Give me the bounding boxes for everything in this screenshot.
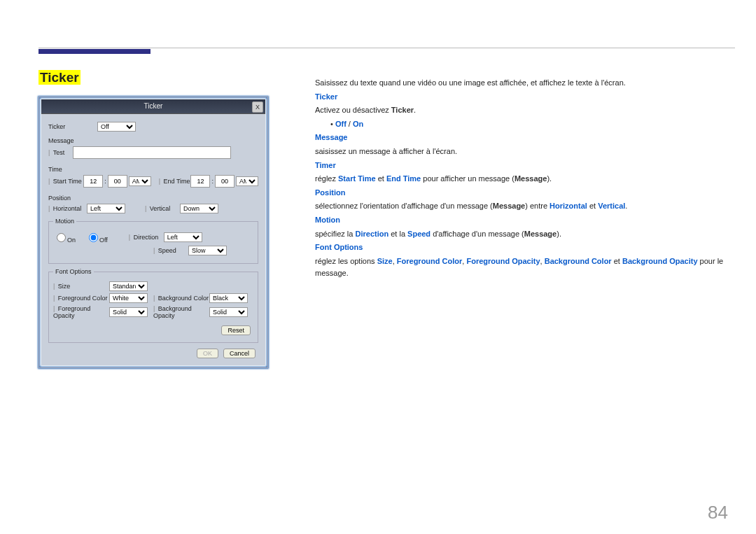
text: pour afficher un message (	[421, 174, 514, 183]
window-body: Ticker Off Message Test Time Start Time …	[41, 114, 265, 365]
motion-legend: Motion	[53, 218, 76, 225]
title-highlight: Ticker	[38, 70, 80, 85]
speed-row: Speed Slow	[53, 246, 253, 255]
horizontal-select[interactable]: Left	[87, 204, 125, 213]
bgo-label: Background Opacity	[153, 305, 209, 319]
size-select[interactable]: Standard	[109, 281, 148, 291]
text: réglez	[315, 174, 338, 183]
vertical-label: Vertical	[145, 205, 180, 212]
on-text: On	[67, 237, 76, 244]
size-row: Size Standard	[53, 281, 253, 291]
end-ampm[interactable]: AM	[236, 176, 258, 186]
end-time-word: End Time	[386, 174, 421, 183]
message-row: Test	[48, 146, 258, 159]
fgc-label: Foreground Color	[53, 295, 109, 302]
cancel-button[interactable]: Cancel	[223, 349, 255, 358]
vertical-word: Vertical	[598, 202, 625, 210]
text: et	[612, 257, 622, 265]
ok-button[interactable]: OK	[197, 349, 218, 358]
text: et	[376, 174, 386, 183]
page-number: 84	[708, 502, 728, 524]
font-desc: réglez les options Size, Foreground Colo…	[315, 255, 735, 280]
end-min[interactable]	[215, 175, 234, 188]
color-row: Foreground Color White Background Color …	[53, 293, 253, 303]
off-radio[interactable]	[89, 233, 98, 242]
bgc-label: Background Color	[153, 295, 209, 302]
fgo-word: Foreground Opacity	[466, 257, 540, 265]
bgc-word: Background Color	[545, 257, 612, 265]
time-row: Start Time : AM End Time : AM	[48, 175, 258, 188]
intro-text: Saisissez du texte quand une vidéo ou un…	[315, 77, 735, 90]
text: ).	[547, 174, 552, 183]
on-word: On	[353, 120, 363, 128]
fgc-word: Foreground Color	[397, 257, 463, 265]
font-legend: Font Options	[53, 268, 94, 275]
text: ).	[556, 230, 561, 238]
ticker-dialog-screenshot: Ticker X Ticker Off Message Test Time St…	[38, 97, 268, 368]
text: spécifiez la	[315, 230, 355, 238]
window-title: Ticker	[144, 102, 163, 110]
start-hour[interactable]	[83, 175, 103, 188]
message-heading: Message	[315, 132, 735, 144]
motion-desc: spécifiez la Direction et la Speed d'aff…	[315, 228, 735, 241]
size-label: Size	[53, 283, 109, 290]
speed-select[interactable]: Slow	[188, 246, 227, 255]
timer-heading: Timer	[315, 160, 735, 172]
motion-row: On Off Direction Left	[53, 231, 253, 244]
on-radio-label[interactable]: On	[53, 231, 76, 244]
header-rule	[38, 48, 735, 48]
direction-word: Direction	[355, 230, 388, 238]
start-min[interactable]	[108, 175, 127, 188]
dialog-buttons: OK Cancel	[48, 344, 258, 360]
text: Activez ou désactivez	[315, 106, 391, 114]
end-time-label: End Time	[159, 178, 191, 185]
text: et la	[388, 230, 407, 238]
close-icon[interactable]: X	[252, 101, 263, 113]
end-hour[interactable]	[190, 175, 210, 188]
time-label-row: Time	[48, 166, 258, 173]
direction-select[interactable]: Left	[164, 232, 202, 242]
position-heading: Position	[315, 187, 735, 199]
on-radio[interactable]	[57, 233, 66, 242]
ticker-heading: Ticker	[315, 91, 735, 104]
position-label: Position	[48, 195, 97, 202]
bgc-select[interactable]: Black	[209, 293, 248, 303]
text: réglez les options	[315, 257, 377, 265]
font-heading: Font Options	[315, 241, 735, 254]
documentation-column: Saisissez du texte quand une vidéo ou un…	[315, 76, 735, 281]
message-input[interactable]	[73, 146, 231, 159]
page-title: Ticker	[38, 70, 80, 85]
bgo-word: Background Opacity	[622, 257, 698, 265]
start-ampm[interactable]: AM	[129, 176, 151, 186]
fgc-select[interactable]: White	[109, 293, 148, 303]
horizontal-label: Horizontal	[48, 205, 87, 212]
fgo-label: Foreground Opacity	[53, 305, 109, 319]
off-text: Off	[99, 237, 108, 244]
accent-bar	[38, 49, 150, 54]
ticker-desc: Activez ou désactivez Ticker.	[315, 104, 735, 117]
size-word: Size	[377, 257, 393, 265]
message-word: Message	[514, 174, 547, 183]
ticker-select[interactable]: Off	[97, 122, 136, 132]
text: et	[587, 202, 598, 210]
off-word: Off	[335, 120, 346, 128]
vertical-select[interactable]: Down	[180, 204, 218, 213]
speed-word: Speed	[407, 230, 430, 238]
message-word: Message	[524, 230, 556, 238]
bgo-select[interactable]: Solid	[209, 307, 248, 317]
fgo-select[interactable]: Solid	[109, 307, 148, 317]
timer-desc: réglez Start Time et End Time pour affic…	[315, 173, 735, 185]
off-radio-label[interactable]: Off	[85, 231, 108, 244]
ticker-word: Ticker	[391, 106, 414, 114]
position-desc: sélectionnez l'orientation d'affichage d…	[315, 200, 735, 213]
ticker-row: Ticker Off	[48, 122, 258, 132]
text: /	[346, 120, 353, 128]
text: ) entre	[525, 202, 550, 210]
message-label: Message	[48, 137, 97, 144]
position-label-row: Position	[48, 195, 258, 202]
off-on-bullet: Off / On	[315, 118, 735, 131]
horizontal-word: Horizontal	[550, 202, 587, 210]
motion-heading: Motion	[315, 214, 735, 227]
reset-button[interactable]: Reset	[221, 325, 251, 335]
opacity-row: Foreground Opacity Solid Background Opac…	[53, 305, 253, 319]
